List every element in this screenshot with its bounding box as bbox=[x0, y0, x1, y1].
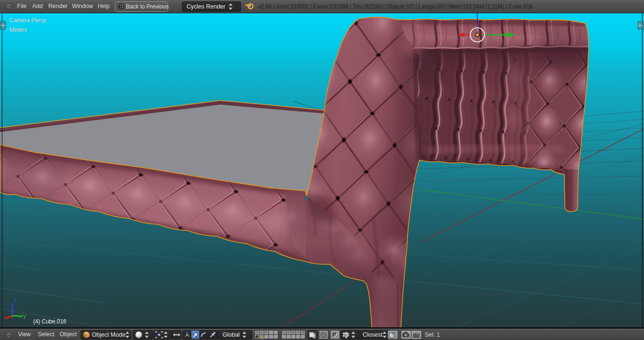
svg-text:y: y bbox=[23, 312, 27, 319]
svg-text:z: z bbox=[14, 296, 17, 304]
